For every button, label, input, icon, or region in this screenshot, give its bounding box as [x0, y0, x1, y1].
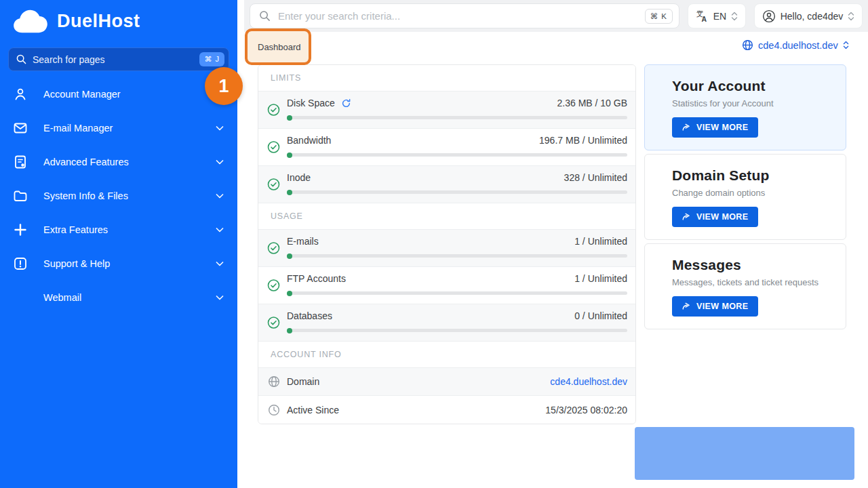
sidebar-item-label: Advanced Features: [43, 157, 129, 167]
language-label: EN: [713, 11, 726, 22]
search-icon: [259, 10, 271, 22]
topbar: ⌘ K 文 A EN Hello, cde4dev: [244, 0, 868, 32]
info-row-active-since: Active Since 15/3/2025 08:02:20: [258, 396, 635, 424]
refresh-icon[interactable]: [341, 98, 351, 108]
check-circle-icon: [267, 279, 280, 292]
info-label: Domain: [287, 376, 319, 387]
chevron-down-icon: [214, 258, 225, 269]
search-icon: [16, 54, 26, 64]
support-icon: [12, 255, 29, 272]
brand-logo[interactable]: DuelHost: [0, 0, 237, 35]
topbar-search-input[interactable]: [278, 10, 645, 22]
clock-icon: [268, 404, 280, 416]
card-title: Your Account: [672, 78, 836, 94]
breadcrumb[interactable]: Dashboard: [258, 42, 301, 52]
metric-value: 0 / Unlimited: [574, 310, 627, 321]
card-subtitle: Messages, tickets and ticket requests: [672, 277, 836, 287]
annotation-step-badge: 1: [205, 67, 243, 105]
progress-indicator: [287, 190, 292, 195]
domain-selector-label: cde4.duelhost.dev: [758, 40, 838, 51]
metric-label: Inode: [287, 172, 311, 183]
sidebar-item-support-help[interactable]: Support & Help: [0, 247, 237, 281]
plus-icon: [12, 221, 29, 239]
sidebar-item-label: Extra Features: [43, 224, 108, 235]
view-more-button[interactable]: VIEW MORE: [672, 207, 758, 227]
progress-bar: [287, 190, 627, 194]
info-row-domain: Domain cde4.duelhost.dev: [258, 368, 635, 396]
metric-label: Databases: [287, 310, 332, 321]
user-circle-icon: [762, 9, 776, 23]
card-messages: Messages Messages, tickets and ticket re…: [644, 243, 846, 329]
domain-selector[interactable]: cde4.duelhost.dev: [742, 39, 849, 51]
sidebar-menu: Account Manager E-mail Manager Advanced …: [0, 77, 237, 314]
check-circle-icon: [267, 141, 280, 154]
sidebar-item-account-manager[interactable]: Account Manager: [0, 77, 237, 111]
view-more-label: VIEW MORE: [696, 123, 749, 132]
view-more-button[interactable]: VIEW MORE: [672, 296, 758, 317]
redirect-icon: [682, 123, 691, 132]
domain-link[interactable]: cde4.duelhost.dev: [550, 376, 627, 387]
chevron-down-icon: [214, 157, 225, 167]
sort-chevrons-icon: [848, 12, 854, 21]
progress-bar: [287, 116, 627, 119]
stats-table: LIMITS Disk Space 2.36 MB / 10 GB Bandwi…: [258, 64, 636, 424]
chevron-down-icon: [214, 224, 225, 235]
features-icon: [12, 153, 29, 171]
sidebar-item-email-manager[interactable]: E-mail Manager: [0, 111, 237, 145]
metric-label: FTP Accounts: [287, 273, 346, 284]
globe-icon: [268, 375, 280, 388]
section-title-limits: LIMITS: [258, 65, 635, 92]
selection-highlight-overlay: [635, 427, 854, 480]
card-subtitle: Statistics for your Account: [672, 98, 836, 108]
metric-value: 1 / Unlimited: [574, 236, 627, 247]
sidebar-item-label: System Info & Files: [43, 190, 128, 201]
view-more-button[interactable]: VIEW MORE: [672, 117, 758, 138]
language-selector[interactable]: 文 A EN: [688, 3, 746, 28]
sidebar-item-advanced-features[interactable]: Advanced Features: [0, 145, 237, 179]
sidebar-item-system-info-files[interactable]: System Info & Files: [0, 179, 237, 213]
sidebar-search-input[interactable]: [33, 54, 199, 65]
metric-row-inode: Inode 328 / Unlimited: [258, 166, 635, 203]
translate-icon: 文 A: [696, 9, 709, 22]
redirect-icon: [682, 302, 691, 311]
card-your-account: Your Account Statistics for your Account…: [644, 64, 846, 150]
sort-chevrons-icon: [843, 41, 849, 49]
card-domain-setup: Domain Setup Change domain options VIEW …: [644, 154, 846, 240]
metric-value: 2.36 MB / 10 GB: [557, 98, 628, 108]
check-circle-icon: [267, 178, 280, 191]
metric-label: E-mails: [287, 236, 319, 247]
progress-indicator: [287, 291, 292, 296]
info-value: 15/3/2025 08:02:20: [545, 405, 627, 415]
sidebar-item-label: Account Manager: [43, 89, 121, 100]
sidebar: DuelHost ⌘ J Account Manager E-mail Mana…: [0, 0, 237, 488]
progress-indicator: [287, 115, 292, 121]
metric-label: Bandwidth: [287, 135, 331, 146]
progress-bar: [287, 291, 627, 295]
empty-icon-spacer: [12, 289, 29, 306]
svg-text:A: A: [701, 16, 707, 22]
view-more-label: VIEW MORE: [696, 302, 749, 311]
globe-icon: [742, 39, 753, 51]
metric-value: 328 / Unlimited: [564, 172, 627, 183]
redirect-icon: [682, 212, 691, 222]
metric-value: 1 / Unlimited: [574, 273, 627, 284]
metric-row-ftp-accounts: FTP Accounts 1 / Unlimited: [258, 267, 635, 304]
user-menu[interactable]: Hello, cde4dev: [754, 3, 863, 28]
sidebar-item-extra-features[interactable]: Extra Features: [0, 213, 237, 247]
card-title: Domain Setup: [672, 167, 836, 184]
check-circle-icon: [267, 317, 280, 329]
sort-chevrons-icon: [731, 12, 738, 21]
user-greeting: Hello, cde4dev: [781, 11, 844, 22]
check-circle-icon: [267, 104, 280, 117]
sidebar-item-webmail[interactable]: Webmail: [0, 281, 237, 314]
topbar-search[interactable]: ⌘ K: [250, 3, 679, 28]
metric-row-disk-space: Disk Space 2.36 MB / 10 GB: [258, 92, 635, 129]
section-title-usage: USAGE: [258, 203, 635, 230]
metric-label: Disk Space: [287, 98, 335, 108]
quick-links-column: Your Account Statistics for your Account…: [644, 64, 846, 333]
sidebar-search[interactable]: ⌘ J: [8, 47, 229, 71]
metric-value: 196.7 MB / Unlimited: [539, 135, 627, 146]
info-label: Active Since: [287, 405, 339, 415]
progress-bar: [287, 153, 627, 157]
brand-name: DuelHost: [57, 11, 140, 32]
